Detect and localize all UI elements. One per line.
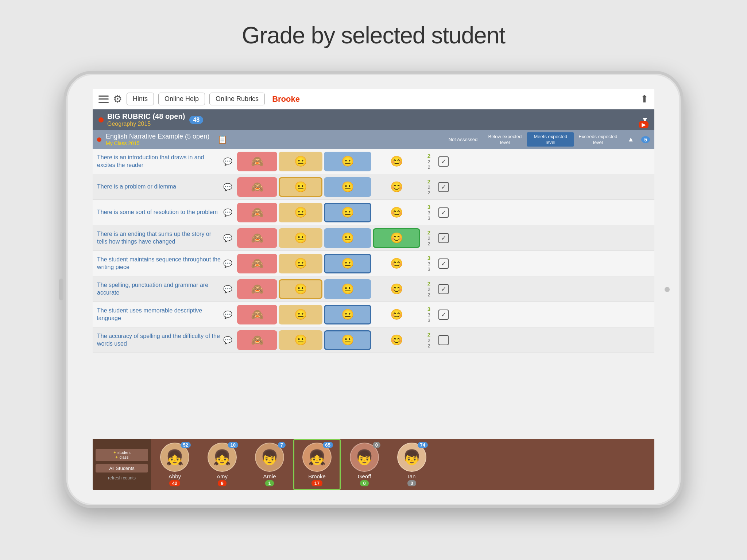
grade-below[interactable]: 😐: [279, 279, 322, 299]
col-not-assessed: Not Assessed: [443, 136, 483, 143]
grade-exceeds[interactable]: 😊: [373, 152, 420, 171]
score-display: 3 3 3: [422, 204, 436, 221]
gear-icon[interactable]: ⚙: [113, 93, 122, 105]
grade-exceeds[interactable]: 😊: [373, 254, 420, 273]
grade-meets[interactable]: 😐: [324, 330, 371, 350]
grade-exceeds[interactable]: 😊: [373, 228, 420, 248]
grade-not-assessed[interactable]: 🙈: [237, 279, 277, 299]
grade-exceeds[interactable]: 😊: [373, 330, 420, 350]
grade-not-assessed[interactable]: 🙈: [237, 330, 277, 350]
student-item[interactable]: 👦 74 Ian 0: [388, 439, 436, 490]
student-top-score: 52: [181, 442, 191, 448]
comment-icon[interactable]: 💬: [221, 336, 234, 345]
grade-below[interactable]: 😐: [279, 254, 322, 273]
criteria-checkbox[interactable]: ✓: [438, 258, 449, 269]
criteria-row: The accuracy of spelling and the difficu…: [93, 327, 654, 353]
student-item[interactable]: 👦 7 Arnie 1: [246, 439, 293, 490]
online-help-button[interactable]: Online Help: [158, 93, 205, 105]
app-screen: ⚙ Hints Online Help Online Rubrics Brook…: [93, 89, 654, 490]
criteria-row: The student maintains sequence throughou…: [93, 251, 654, 276]
criteria-checkbox[interactable]: [438, 335, 449, 345]
score-denom1: 3: [427, 312, 430, 318]
criteria-checkbox[interactable]: ✓: [438, 182, 449, 192]
student-bar-left: ✦ student✦ class All Students refresh co…: [93, 439, 151, 490]
grade-not-assessed[interactable]: 🙈: [237, 305, 277, 324]
grade-meets[interactable]: 😐: [324, 305, 371, 324]
grade-cells: 🙈 😐 😐 😊: [237, 152, 420, 171]
student-top-score: 7: [278, 442, 286, 448]
comment-icon[interactable]: 💬: [221, 310, 234, 319]
score-num: 2: [427, 229, 430, 236]
student-item[interactable]: 👧 52 Abby 42: [151, 439, 198, 490]
student-top-score: 74: [418, 442, 428, 448]
big-rubric-badge: 48: [189, 116, 203, 124]
comment-icon[interactable]: 💬: [221, 208, 234, 217]
score-display: 2 2 2: [422, 153, 436, 170]
big-rubric-subtitle: Geography 2015: [107, 121, 185, 127]
grade-not-assessed[interactable]: 🙈: [237, 228, 277, 248]
refresh-button[interactable]: refresh counts: [108, 475, 136, 481]
comment-icon[interactable]: 💬: [221, 157, 234, 166]
all-students-toggle[interactable]: All Students: [96, 464, 148, 472]
current-student-name: Brooke: [272, 94, 300, 104]
student-item[interactable]: 👧 10 Amy 9: [198, 439, 246, 490]
grade-exceeds[interactable]: 😊: [373, 177, 420, 197]
criteria-checkbox[interactable]: ✓: [438, 284, 449, 294]
student-item[interactable]: 👧 65 Brooke 17: [293, 439, 341, 490]
grade-below[interactable]: 😐: [279, 152, 322, 171]
grade-meets[interactable]: 😐: [324, 228, 371, 248]
score-display: 2 2 2: [422, 280, 436, 298]
grade-not-assessed[interactable]: 🙈: [237, 152, 277, 171]
comment-icon[interactable]: 💬: [221, 259, 234, 268]
sub-rubric-indicator: [97, 137, 101, 142]
grade-not-assessed[interactable]: 🙈: [237, 203, 277, 222]
grade-exceeds[interactable]: 😊: [373, 203, 420, 222]
comment-icon[interactable]: 💬: [221, 183, 234, 191]
student-name-label: Arnie: [263, 473, 276, 479]
grade-exceeds[interactable]: 😊: [373, 305, 420, 324]
criteria-checkbox[interactable]: ✓: [438, 233, 449, 243]
hints-button[interactable]: Hints: [127, 93, 154, 105]
student-bar: ✦ student✦ class All Students refresh co…: [93, 439, 654, 490]
tablet-home-button[interactable]: [665, 287, 670, 292]
score-display: 3 3 3: [422, 306, 436, 323]
col-below: Below expected level: [483, 133, 527, 146]
student-bottom-score: 42: [169, 480, 180, 486]
grade-meets[interactable]: 😐: [324, 279, 371, 299]
grade-meets[interactable]: 😐: [324, 152, 371, 171]
grade-meets[interactable]: 😐: [324, 177, 371, 197]
criteria-checkbox[interactable]: ✓: [438, 156, 449, 167]
grade-not-assessed[interactable]: 🙈: [237, 177, 277, 197]
grade-not-assessed[interactable]: 🙈: [237, 254, 277, 273]
rubric-red-badge: ▶: [639, 121, 649, 128]
menu-icon[interactable]: [98, 96, 109, 103]
grade-meets[interactable]: 😐: [324, 203, 371, 222]
grade-below[interactable]: 😐: [279, 177, 322, 197]
share-icon[interactable]: ⬆: [640, 93, 649, 105]
criteria-text: There is some sort of resolution to the …: [97, 209, 221, 216]
criteria-checkbox[interactable]: ✓: [438, 207, 449, 218]
student-toggle[interactable]: ✦ student✦ class: [96, 449, 148, 461]
grade-exceeds[interactable]: 😊: [373, 279, 420, 299]
grade-below[interactable]: 😐: [279, 305, 322, 324]
criteria-text: There is an introduction that draws in a…: [97, 154, 221, 169]
big-rubric-title: BIG RUBRIC (48 open): [107, 112, 185, 120]
grade-cells: 🙈 😐 😐 😊: [237, 305, 420, 324]
grade-meets[interactable]: 😐: [324, 254, 371, 273]
score-denom1: 2: [427, 338, 430, 343]
sub-rubric-expand-icon[interactable]: ▲: [627, 136, 634, 143]
student-item[interactable]: 👦 0 Geoff 0: [341, 439, 388, 490]
comment-icon[interactable]: 💬: [221, 234, 234, 242]
score-num: 2: [427, 280, 430, 287]
grade-cells: 🙈 😐 😐 😊: [237, 177, 420, 197]
comment-icon[interactable]: 💬: [221, 285, 234, 293]
grade-below[interactable]: 😐: [279, 330, 322, 350]
online-rubrics-button[interactable]: Online Rubrics: [209, 93, 265, 105]
big-rubric-header: BIG RUBRIC (48 open) Geography 2015 48 ▼…: [93, 109, 654, 130]
score-num: 3: [427, 255, 430, 261]
student-top-score: 65: [323, 442, 333, 448]
grade-below[interactable]: 😐: [279, 203, 322, 222]
grade-below[interactable]: 😐: [279, 228, 322, 248]
criteria-text: There is an ending that sums up the stor…: [97, 230, 221, 246]
criteria-checkbox[interactable]: ✓: [438, 310, 449, 320]
